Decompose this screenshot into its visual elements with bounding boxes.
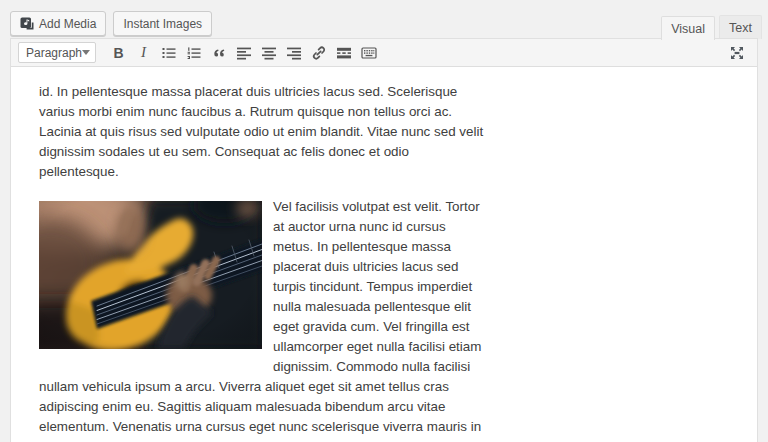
tab-text[interactable]: Text [719, 15, 762, 39]
align-right-icon [286, 45, 302, 61]
paragraph-with-image[interactable]: Vel facilisis volutpat est velit. Tortor… [39, 197, 484, 442]
editor-mode-tabs: Visual Text [661, 15, 762, 39]
bold-icon: B [113, 45, 123, 61]
tab-visual-label: Visual [671, 22, 705, 36]
bulleted-list-icon [161, 45, 177, 61]
paragraph-text[interactable]: id. In pellentesque massa placerat duis … [39, 82, 484, 182]
chevron-down-icon [82, 50, 90, 55]
editor-content-body[interactable]: id. In pellentesque massa placerat duis … [11, 67, 757, 442]
tab-text-label: Text [729, 21, 752, 35]
add-media-label: Add Media [39, 17, 96, 31]
align-center-button[interactable] [256, 42, 281, 64]
bold-button[interactable]: B [106, 42, 131, 64]
guitar-photo[interactable] [39, 201, 262, 349]
media-buttons-row: Add Media Instant Images [10, 11, 212, 36]
numbered-list-button[interactable] [181, 42, 206, 64]
distraction-free-button[interactable] [724, 42, 749, 64]
formatting-toolbar: Paragraph B I [11, 39, 757, 67]
italic-icon: I [141, 44, 146, 61]
add-media-button[interactable]: Add Media [10, 11, 106, 36]
content-column: id. In pellentesque massa placerat duis … [39, 82, 484, 442]
align-right-button[interactable] [281, 42, 306, 64]
toolbar-toggle-button[interactable] [356, 42, 381, 64]
wordpress-editor-page: { "media_bar": { "add_media_label": "Add… [0, 0, 768, 442]
bulleted-list-button[interactable] [156, 42, 181, 64]
instant-images-label: Instant Images [123, 17, 202, 31]
align-left-icon [236, 45, 252, 61]
insert-link-button[interactable] [306, 42, 331, 64]
italic-button[interactable]: I [131, 42, 156, 64]
format-select-value: Paragraph [26, 46, 82, 60]
fullscreen-expand-icon [729, 45, 745, 61]
editor-container: Paragraph B I [10, 38, 758, 442]
add-media-icon [20, 17, 34, 30]
link-icon [311, 45, 327, 61]
instant-images-button[interactable]: Instant Images [113, 11, 212, 36]
insert-more-tag-button[interactable] [331, 42, 356, 64]
tab-visual[interactable]: Visual [661, 16, 715, 40]
keyboard-icon [361, 45, 377, 61]
align-center-icon [261, 45, 277, 61]
more-tag-icon [336, 45, 352, 61]
paragraph-format-select[interactable]: Paragraph [18, 42, 96, 63]
blockquote-button[interactable] [206, 42, 231, 64]
blockquote-icon [211, 45, 227, 61]
numbered-list-icon [186, 45, 202, 61]
align-left-button[interactable] [231, 42, 256, 64]
